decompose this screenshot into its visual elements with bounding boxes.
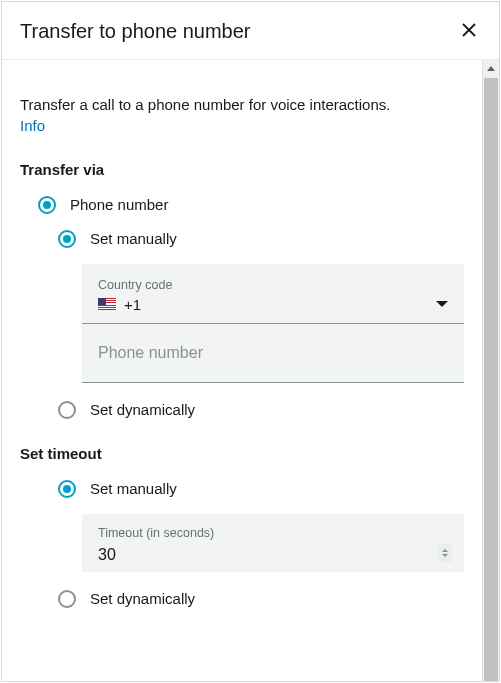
phone-number-input[interactable]: Phone number xyxy=(82,324,464,383)
close-button[interactable] xyxy=(457,18,481,45)
us-flag-icon xyxy=(98,298,116,310)
country-code-value: +1 xyxy=(124,296,141,313)
chevron-down-icon xyxy=(436,301,448,307)
info-link[interactable]: Info xyxy=(20,117,45,134)
content-area: Transfer a call to a phone number for vo… xyxy=(2,60,482,681)
radio-phone-number[interactable]: Phone number xyxy=(20,196,464,214)
radio-button-icon xyxy=(58,590,76,608)
stepper-up-icon xyxy=(442,549,448,552)
radio-label: Set manually xyxy=(90,230,177,247)
radio-label: Phone number xyxy=(70,196,168,213)
timeout-field-block: Timeout (in seconds) 30 xyxy=(82,514,464,572)
transfer-dialog: Transfer to phone number Transfer a call… xyxy=(1,1,500,682)
dialog-header: Transfer to phone number xyxy=(2,2,499,60)
description-text: Transfer a call to a phone number for vo… xyxy=(20,94,464,117)
scrollbar[interactable] xyxy=(482,60,499,681)
timeout-value: 30 xyxy=(98,546,214,564)
radio-label: Set dynamically xyxy=(90,590,195,607)
scroll-track[interactable] xyxy=(483,78,499,681)
set-timeout-section: Set timeout Set manually Timeout (in sec… xyxy=(20,445,464,608)
scroll-thumb[interactable] xyxy=(484,78,498,681)
country-code-select[interactable]: Country code +1 xyxy=(82,264,464,324)
transfer-via-title: Transfer via xyxy=(20,161,464,178)
radio-button-icon xyxy=(58,230,76,248)
scroll-up-arrow[interactable] xyxy=(483,60,499,78)
radio-timeout-manually[interactable]: Set manually xyxy=(20,480,464,498)
transfer-via-section: Transfer via Phone number Set manually C… xyxy=(20,161,464,419)
radio-button-icon xyxy=(38,196,56,214)
radio-set-dynamically[interactable]: Set dynamically xyxy=(20,401,464,419)
timeout-input[interactable]: Timeout (in seconds) 30 xyxy=(82,514,464,572)
radio-button-icon xyxy=(58,480,76,498)
timeout-label: Timeout (in seconds) xyxy=(98,526,214,540)
radio-label: Set dynamically xyxy=(90,401,195,418)
stepper-down-icon xyxy=(442,554,448,557)
phone-fields: Country code +1 Phone number xyxy=(82,264,464,383)
dialog-body: Transfer a call to a phone number for vo… xyxy=(2,60,499,681)
radio-timeout-dynamically[interactable]: Set dynamically xyxy=(20,590,464,608)
close-icon xyxy=(461,22,477,38)
radio-button-icon xyxy=(58,401,76,419)
set-timeout-title: Set timeout xyxy=(20,445,464,462)
dialog-title: Transfer to phone number xyxy=(20,20,251,43)
radio-label: Set manually xyxy=(90,480,177,497)
radio-set-manually[interactable]: Set manually xyxy=(20,230,464,248)
timeout-stepper[interactable] xyxy=(438,544,452,562)
country-code-label: Country code xyxy=(98,278,172,292)
